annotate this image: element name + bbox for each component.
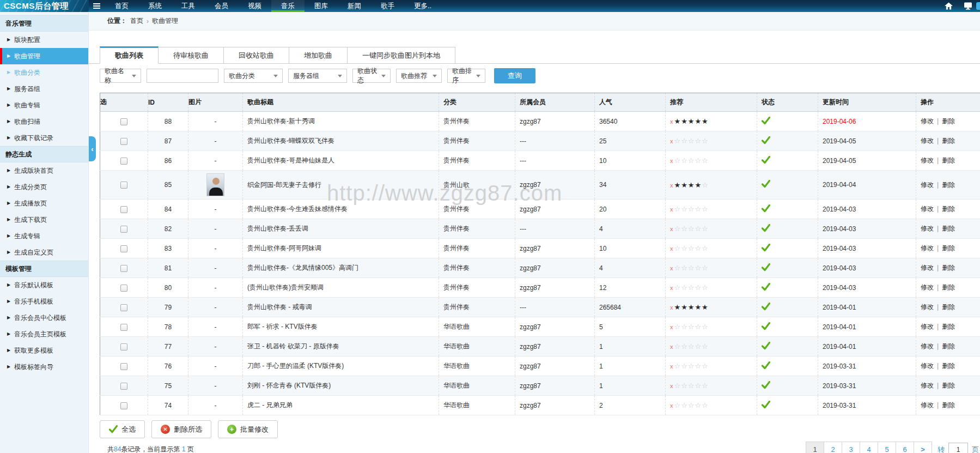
row-checkbox[interactable] <box>120 158 127 165</box>
nav-item-tools[interactable]: 工具 <box>172 0 205 12</box>
status-check-icon[interactable] <box>762 401 770 410</box>
edit-link[interactable]: 修改 <box>921 205 934 213</box>
page-button-6[interactable]: 6 <box>896 442 914 453</box>
server-group-select[interactable]: 服务器组 <box>288 69 347 83</box>
status-check-icon[interactable] <box>762 283 770 293</box>
sidebar-item[interactable]: ▶生成专辑 <box>0 228 88 244</box>
sidebar-item[interactable]: ▶歌曲专辑 <box>0 97 88 113</box>
star-rating-empty[interactable]: ☆☆☆☆☆ <box>674 225 709 233</box>
edit-link[interactable]: 修改 <box>921 283 934 291</box>
delete-link[interactable]: 删除 <box>942 156 955 164</box>
nav-item-system[interactable]: 系统 <box>138 0 172 12</box>
recommend-select[interactable]: 歌曲推荐 <box>396 69 442 83</box>
nav-item-members[interactable]: 会员 <box>205 0 238 12</box>
home-icon[interactable] <box>944 2 953 10</box>
star-rating-empty[interactable]: ☆☆☆☆☆ <box>674 342 709 351</box>
delete-link[interactable]: 删除 <box>942 205 955 213</box>
edit-link[interactable]: 修改 <box>921 401 934 409</box>
star-rating-filled[interactable]: ★★★★ <box>674 181 702 189</box>
edit-link[interactable]: 修改 <box>921 181 934 189</box>
star-rating-empty[interactable]: ☆☆☆☆☆ <box>674 264 709 272</box>
delete-selected-button[interactable]: 删除所选 <box>151 420 211 438</box>
cancel-recommend-icon[interactable]: x <box>670 285 673 291</box>
screen-icon[interactable] <box>964 2 972 10</box>
star-rating-empty[interactable]: ☆☆☆☆☆ <box>674 283 709 292</box>
nav-item-home[interactable]: 首页 <box>105 0 138 12</box>
batch-edit-button[interactable]: 批量修改 <box>218 420 278 438</box>
star-rating-filled[interactable]: ★★★★★ <box>674 117 709 125</box>
cancel-recommend-icon[interactable]: x <box>670 324 673 330</box>
status-check-icon[interactable] <box>762 263 770 273</box>
page-jump-input[interactable] <box>948 443 968 453</box>
star-rating-empty[interactable]: ☆☆☆☆☆ <box>674 156 709 165</box>
edit-link[interactable]: 修改 <box>921 264 934 271</box>
sidebar-item[interactable]: ▶音乐手机模板 <box>0 293 88 310</box>
edit-link[interactable]: 修改 <box>921 225 934 232</box>
status-check-icon[interactable] <box>762 136 770 146</box>
cancel-recommend-icon[interactable]: x <box>670 226 673 232</box>
sidebar-item[interactable]: ▶版块配置 <box>0 32 88 48</box>
delete-link[interactable]: 删除 <box>942 244 955 252</box>
cancel-recommend-icon[interactable]: x <box>670 363 673 370</box>
cancel-recommend-icon[interactable]: x <box>670 138 673 144</box>
status-check-icon[interactable] <box>762 381 770 391</box>
star-rating-empty[interactable]: ☆☆☆☆☆ <box>674 382 709 390</box>
edit-link[interactable]: 修改 <box>921 244 934 252</box>
sidebar-item[interactable]: ▶获取更多模板 <box>0 342 88 359</box>
star-rating-empty[interactable]: ☆☆☆☆☆ <box>674 401 709 409</box>
tab-pending-songs[interactable]: 待审核歌曲 <box>159 47 224 64</box>
delete-link[interactable]: 删除 <box>942 401 955 409</box>
delete-link[interactable]: 删除 <box>942 181 955 189</box>
name-field-dropdown[interactable]: 歌曲名称 <box>100 69 141 83</box>
row-checkbox[interactable] <box>120 363 127 370</box>
tab-song-list[interactable]: 歌曲列表 <box>100 46 159 64</box>
sidebar-item[interactable]: ▶服务器组 <box>0 81 88 97</box>
status-select[interactable]: 歌曲状态 <box>352 69 391 83</box>
status-check-icon[interactable] <box>762 342 770 352</box>
nav-item-video[interactable]: 视频 <box>238 0 271 12</box>
star-rating-empty[interactable]: ☆☆☆☆☆ <box>674 205 709 213</box>
row-checkbox[interactable] <box>120 343 127 351</box>
category-select[interactable]: 歌曲分类 <box>224 69 283 83</box>
sidebar-item[interactable]: ▶音乐会员主页模板 <box>0 326 88 342</box>
page-button-5[interactable]: 5 <box>878 442 896 453</box>
sidebar-item[interactable]: ▶生成分类页 <box>0 179 88 195</box>
edit-link[interactable]: 修改 <box>921 137 934 144</box>
nav-item-singers[interactable]: 歌手 <box>371 0 404 12</box>
sidebar-item[interactable]: ▶生成播放页 <box>0 195 88 212</box>
sidebar-item[interactable]: ▶模板标签向导 <box>0 359 88 375</box>
star-rating-empty[interactable]: ☆☆☆☆☆ <box>674 362 709 370</box>
edit-link[interactable]: 修改 <box>921 342 934 350</box>
order-select[interactable]: 歌曲排序 <box>447 69 485 83</box>
cancel-recommend-icon[interactable]: x <box>670 245 673 252</box>
page-button-2[interactable]: 2 <box>824 442 842 453</box>
row-checkbox[interactable] <box>120 265 127 272</box>
cancel-recommend-icon[interactable]: x <box>670 182 673 189</box>
tab-add-song[interactable]: 增加歌曲 <box>289 47 348 64</box>
star-rating-filled[interactable]: ★★★★★ <box>674 303 709 311</box>
cancel-recommend-icon[interactable]: x <box>670 402 673 409</box>
cancel-recommend-icon[interactable]: x <box>670 265 673 271</box>
cancel-recommend-icon[interactable]: x <box>670 383 673 389</box>
edit-link[interactable]: 修改 <box>921 117 934 125</box>
row-checkbox[interactable] <box>120 182 127 189</box>
star-rating-empty[interactable]: ☆☆☆☆☆ <box>674 137 709 145</box>
sidebar-item[interactable]: ▶歌曲管理 <box>0 48 88 64</box>
edit-link[interactable]: 修改 <box>921 156 934 164</box>
sidebar-item[interactable]: ▶歌曲分类 <box>0 64 88 81</box>
row-checkbox[interactable] <box>120 226 127 233</box>
delete-link[interactable]: 删除 <box>942 225 955 232</box>
sidebar-collapse-handle[interactable] <box>89 136 96 161</box>
sidebar-item[interactable]: ▶生成下载页 <box>0 212 88 228</box>
row-checkbox[interactable] <box>120 402 127 409</box>
delete-link[interactable]: 删除 <box>942 137 955 144</box>
nav-item-news[interactable]: 新闻 <box>338 0 371 12</box>
delete-link[interactable]: 删除 <box>942 362 955 370</box>
delete-link[interactable]: 删除 <box>942 264 955 271</box>
nav-item-more[interactable]: 更多.. <box>404 0 441 12</box>
delete-link[interactable]: 删除 <box>942 342 955 350</box>
tab-sync-images[interactable]: 一键同步歌曲图片到本地 <box>348 47 455 64</box>
nav-item-music[interactable]: 音乐 <box>271 0 305 12</box>
row-checkbox[interactable] <box>120 383 127 390</box>
photo-thumbnail[interactable] <box>206 173 224 196</box>
